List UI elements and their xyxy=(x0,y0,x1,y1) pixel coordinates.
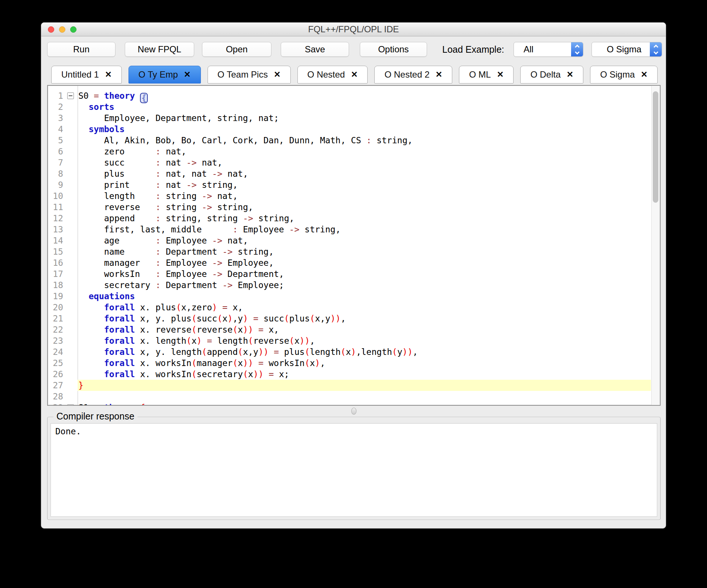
code-line[interactable]: 6 zero : nat, xyxy=(48,146,651,157)
code-line[interactable]: 12 append : string, string -> string, xyxy=(48,213,651,224)
run-button[interactable]: Run xyxy=(47,42,115,57)
code-line[interactable]: 5 Al, Akin, Bob, Bo, Carl, Cork, Dan, Du… xyxy=(48,135,651,146)
code-line[interactable]: 20 forall x. plus(x,zero) = x, xyxy=(48,302,651,313)
compiler-response-label: Compiler response xyxy=(53,411,137,422)
line-number: 2 xyxy=(48,101,66,112)
code-editor[interactable]: 1S0 = theory {2 sorts3 Employee, Departm… xyxy=(47,85,661,406)
code-line[interactable]: 2 sorts xyxy=(48,101,651,112)
line-number: 6 xyxy=(48,146,66,157)
tab-close-icon[interactable]: ✕ xyxy=(641,70,648,79)
stepper-up-icon[interactable] xyxy=(654,45,658,49)
code-line[interactable]: 29S1 = theory { xyxy=(48,402,651,406)
tab-close-icon[interactable]: ✕ xyxy=(105,70,111,79)
line-number: 22 xyxy=(48,324,66,335)
stepper-up-icon[interactable] xyxy=(575,45,580,49)
tab-o-sigma[interactable]: O Sigma✕ xyxy=(590,66,658,84)
line-number: 3 xyxy=(48,112,66,124)
fold-column xyxy=(66,291,78,302)
compiler-output-text: Done. xyxy=(55,427,81,436)
code-line[interactable]: 16 manager : Employee -> Employee, xyxy=(48,257,651,268)
code-line[interactable]: 21 forall x, y. plus(succ(x),y) = succ(p… xyxy=(48,313,651,324)
code-text: worksIn : Employee -> Department, xyxy=(78,268,651,280)
code-line[interactable]: 15 name : Department -> string, xyxy=(48,246,651,257)
titlebar[interactable]: FQL++/FPQL/OPL IDE xyxy=(41,23,666,36)
editor-scrollbar-thumb[interactable] xyxy=(653,91,658,203)
open-button[interactable]: Open xyxy=(202,42,271,57)
tab-o-ty-emp[interactable]: O Ty Emp✕ xyxy=(128,66,201,84)
code-line[interactable]: 27} xyxy=(48,380,651,391)
code-line[interactable]: 3 Employee, Department, string, nat; xyxy=(48,112,651,124)
code-line[interactable]: 24 forall x, y. length(append(x,y)) = pl… xyxy=(48,346,651,357)
code-line[interactable]: 1S0 = theory { xyxy=(48,90,651,101)
code-line[interactable]: 28 xyxy=(48,391,651,402)
code-text: } xyxy=(78,380,651,391)
tab-o-team-pics[interactable]: O Team Pics✕ xyxy=(208,66,291,84)
code-text: append : string, string -> string, xyxy=(78,213,651,224)
code-text: forall x, y. length(append(x,y)) = plus(… xyxy=(78,346,651,357)
code-text: first, last, middle : Employee -> string… xyxy=(78,224,651,235)
fold-column xyxy=(66,313,78,324)
editor-scrollbar[interactable] xyxy=(651,86,660,405)
code-line[interactable]: 26 forall x. worksIn(secretary(x)) = x; xyxy=(48,369,651,380)
tab-close-icon[interactable]: ✕ xyxy=(436,70,442,79)
code-line[interactable]: 18 secretary : Department -> Employee; xyxy=(48,280,651,291)
stepper-down-icon[interactable] xyxy=(654,50,658,55)
code-text: forall x, y. plus(succ(x),y) = succ(plus… xyxy=(78,313,651,324)
fold-collapse-icon[interactable] xyxy=(67,92,74,99)
stepper-icon[interactable] xyxy=(571,42,583,56)
tab-o-nested[interactable]: O Nested✕ xyxy=(297,66,368,84)
code-line[interactable]: 8 plus : nat, nat -> nat, xyxy=(48,168,651,179)
options-button[interactable]: Options xyxy=(360,42,427,57)
line-number: 26 xyxy=(48,369,66,380)
code-text: forall x. reverse(reverse(x)) = x, xyxy=(78,324,651,335)
save-button[interactable]: Save xyxy=(281,42,349,57)
code-text: Employee, Department, string, nat; xyxy=(78,112,651,124)
fold-column xyxy=(66,302,78,313)
code-line[interactable]: 22 forall x. reverse(reverse(x)) = x, xyxy=(48,324,651,335)
line-number: 15 xyxy=(48,246,66,257)
fold-column xyxy=(66,246,78,257)
window-title: FQL++/FPQL/OPL IDE xyxy=(41,23,666,36)
code-line[interactable]: 14 age : Employee -> nat, xyxy=(48,235,651,246)
code-line[interactable]: 23 forall x. length(x) = length(reverse(… xyxy=(48,335,651,346)
tab-label: O Sigma xyxy=(600,69,635,80)
code-line[interactable]: 17 worksIn : Employee -> Department, xyxy=(48,268,651,280)
line-number: 4 xyxy=(48,124,66,135)
example-filter-dropdown[interactable]: All xyxy=(514,42,583,57)
tab-o-ml[interactable]: O ML✕ xyxy=(459,66,514,84)
code-text: zero : nat, xyxy=(78,146,651,157)
code-line[interactable]: 13 first, last, middle : Employee -> str… xyxy=(48,224,651,235)
tab-close-icon[interactable]: ✕ xyxy=(497,70,504,79)
load-example-label: Load Example: xyxy=(442,42,504,57)
tab-close-icon[interactable]: ✕ xyxy=(274,70,280,79)
tab-untitled-1[interactable]: Untitled 1✕ xyxy=(51,66,122,84)
code-line[interactable]: 7 succ : nat -> nat, xyxy=(48,157,651,168)
tab-label: O Nested xyxy=(307,69,345,80)
code-line[interactable]: 4 symbols xyxy=(48,124,651,135)
stepper-down-icon[interactable] xyxy=(575,50,580,55)
tab-o-delta[interactable]: O Delta✕ xyxy=(520,66,583,84)
code-line[interactable]: 9 print : nat -> string, xyxy=(48,179,651,190)
fold-column xyxy=(66,380,78,391)
fold-column xyxy=(66,157,78,168)
fold-column xyxy=(66,124,78,135)
code-line[interactable]: 19 equations xyxy=(48,291,651,302)
tab-close-icon[interactable]: ✕ xyxy=(184,70,190,79)
ide-window: FQL++/FPQL/OPL IDE RunNew FPQLOpenSaveOp… xyxy=(41,22,666,529)
code-line[interactable]: 10 length : string -> nat, xyxy=(48,190,651,202)
tab-o-nested-2[interactable]: O Nested 2✕ xyxy=(374,66,452,84)
tab-close-icon[interactable]: ✕ xyxy=(567,70,573,79)
fold-column xyxy=(66,346,78,357)
splitter[interactable] xyxy=(47,406,661,417)
example-select-dropdown[interactable]: O Sigma xyxy=(592,42,662,57)
compiler-output[interactable]: Done. xyxy=(50,423,657,517)
tab-close-icon[interactable]: ✕ xyxy=(351,70,358,79)
code-line[interactable]: 11 reverse : string -> string, xyxy=(48,202,651,213)
splitter-handle-icon[interactable] xyxy=(351,408,356,415)
code-line[interactable]: 25 forall x. worksIn(manager(x)) = works… xyxy=(48,357,651,369)
line-number: 27 xyxy=(48,380,66,391)
stepper-icon[interactable] xyxy=(650,42,662,56)
tab-bar: Untitled 1✕O Ty Emp✕O Team Pics✕O Nested… xyxy=(41,65,666,84)
fold-column xyxy=(66,268,78,280)
new-fpql-button[interactable]: New FPQL xyxy=(125,42,194,57)
